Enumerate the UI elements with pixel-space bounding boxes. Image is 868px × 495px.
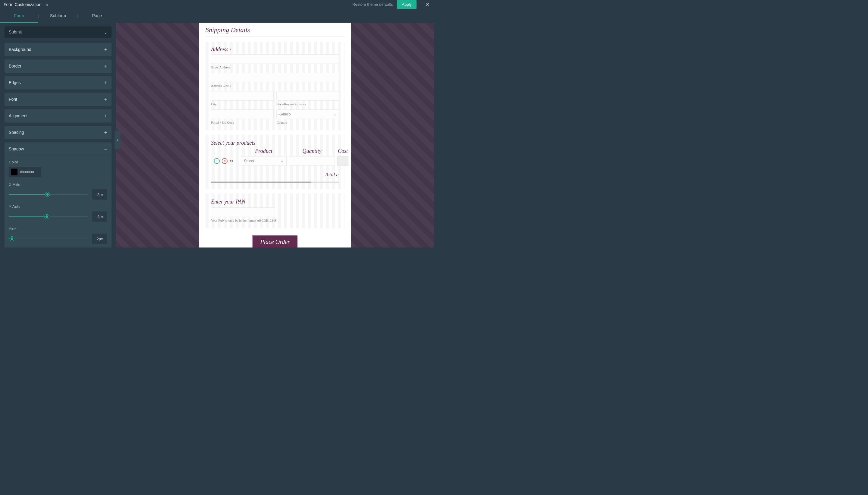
plus-icon: + [104,80,107,86]
quantity-input[interactable] [289,156,335,166]
shadow-color-picker[interactable]: #000000 [9,167,41,177]
plus-icon: + [104,129,107,136]
shipping-details-title: Shipping Details [206,26,345,36]
col-product: Product [240,148,288,154]
postal-input[interactable] [211,110,274,119]
close-icon[interactable]: ✕ [422,1,430,7]
pan-hint: Your PAN should be in the format ABCDE12… [211,219,339,222]
panel-label: Edges [9,81,21,85]
panel-label: Font [9,97,17,102]
address-line2-input[interactable] [211,73,339,82]
color-hex-value: #000000 [20,170,34,174]
color-swatch [11,169,17,175]
panel-edges[interactable]: Edges + [4,76,111,89]
collapse-sidebar-handle[interactable]: ‹ [115,131,121,149]
city-input[interactable] [211,91,274,101]
place-order-button[interactable]: Place Order [253,236,297,248]
y-axis-slider[interactable] [9,217,88,217]
page-title: Form Customization [4,2,41,7]
y-axis-value[interactable]: -4px [92,211,107,222]
slider-thumb[interactable] [45,192,49,197]
x-axis-value[interactable]: -2px [92,189,107,200]
col-cost: Cost [336,148,350,154]
postal-sublabel: Postal / Zip Code [211,121,274,124]
restore-defaults-link[interactable]: Restore theme defaults [352,2,393,7]
city-sublabel: City [211,102,274,106]
plus-icon: + [104,63,107,69]
x-axis-slider[interactable] [9,194,88,195]
panel-label: Border [9,64,21,69]
horizontal-scrollbar[interactable] [211,182,339,183]
theme-toggle-icon[interactable]: ☼ [45,2,49,7]
panel-font[interactable]: Font + [4,93,111,106]
panel-label: Alignment [9,114,28,118]
blur-label: Blur [9,227,107,232]
state-input[interactable] [277,91,340,101]
line2-sublabel: Address Line 2 [211,84,339,88]
panel-label: Spacing [9,130,24,135]
col-quantity: Quantity [288,148,336,154]
state-sublabel: State/Region/Province [277,102,340,106]
pan-input[interactable] [211,208,275,217]
slider-thumb[interactable] [10,237,14,241]
products-title: Select your products [211,140,339,146]
panel-spacing[interactable]: Spacing + [4,126,111,139]
address-label: Address * [211,47,339,53]
panel-shadow[interactable]: Shadow − [4,142,111,156]
tab-form[interactable]: Form [0,9,38,23]
apply-button[interactable]: Apply [397,0,417,9]
panel-label: Shadow [9,147,24,152]
blur-value[interactable]: 2px [92,234,107,244]
tab-subform[interactable]: Subform [39,9,77,23]
style-target-label: Submit [9,30,22,35]
blur-slider[interactable] [9,238,88,239]
street-sublabel: Street Address [211,65,339,69]
chevron-down-icon: ⌄ [104,30,108,35]
slider-thumb[interactable] [45,215,49,219]
add-row-button[interactable]: + [214,158,220,164]
panel-alignment[interactable]: Alignment + [4,109,111,123]
product-select[interactable] [241,156,287,166]
x-axis-label: X-Axis [9,182,107,187]
panel-background[interactable]: Background + [4,43,111,56]
y-axis-label: Y-Axis [9,204,107,209]
plus-icon: + [104,47,107,53]
panel-label: Background [9,47,31,52]
country-sublabel: Country [277,121,340,124]
minus-icon: − [104,146,107,152]
row-number: #1 [230,159,233,163]
cost-input[interactable] [337,156,348,166]
style-target-select[interactable]: Submit ⌄ [4,27,111,38]
pan-title: Enter your PAN [211,199,339,205]
country-select[interactable] [277,110,340,119]
form-preview: Shipping Details Address * Street Addres… [116,23,434,248]
panel-border[interactable]: Border + [4,60,111,73]
plus-icon: + [104,113,107,119]
street-address-input[interactable] [211,54,339,64]
tab-page[interactable]: Page [78,9,116,23]
total-label: Total c [211,172,339,177]
remove-row-button[interactable]: × [222,158,228,164]
plus-icon: + [104,96,107,102]
shadow-color-label: Color [9,160,107,165]
